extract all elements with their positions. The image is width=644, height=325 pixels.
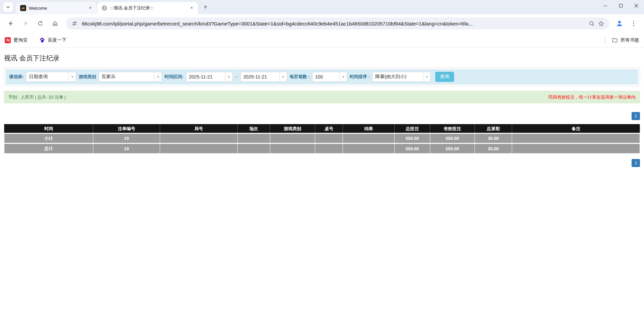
- column-header: 总派彩: [475, 124, 512, 133]
- footer-cell: 小计: [4, 133, 93, 144]
- tab-welcome[interactable]: Welcome ×: [16, 2, 97, 14]
- url-text[interactable]: 66cxkj98.com/ipl/portal.php/game/betreco…: [82, 21, 584, 26]
- chevron-down-icon: [6, 5, 10, 9]
- time-sort-select[interactable]: 降幂(由大到小) ▼: [372, 72, 431, 82]
- per-page-value: 100: [312, 74, 339, 79]
- bookmark-star-icon[interactable]: [596, 19, 606, 28]
- per-page-label: 每页笔数 :: [290, 74, 310, 80]
- tab-title: :::视讯 会员下注纪录:::: [110, 5, 186, 11]
- minimize-button[interactable]: [598, 0, 613, 11]
- tab-title: Welcome: [29, 6, 85, 11]
- tab-close-icon[interactable]: ×: [87, 5, 93, 11]
- footer-cell: 10: [93, 133, 160, 144]
- pagination-bottom: 1: [4, 159, 640, 170]
- footer-cell: [238, 144, 270, 154]
- globe-favicon-icon: [101, 5, 107, 11]
- column-header: 注单编号: [93, 124, 160, 133]
- maximize-button[interactable]: [613, 0, 629, 11]
- zoom-icon[interactable]: [587, 19, 596, 28]
- tab-close-icon[interactable]: ×: [189, 5, 195, 11]
- footer-cell: [270, 144, 315, 154]
- page-1-button[interactable]: 1: [632, 159, 640, 167]
- dropdown-arrow-icon: ▼: [225, 72, 233, 82]
- currency-summary-text: 币别 : 人民币 | 总共 :10 注单 |: [8, 94, 66, 100]
- time-sort-value: 降幂(由大到小): [373, 74, 423, 80]
- footer-cell: 35.00: [475, 133, 512, 144]
- home-button[interactable]: [49, 18, 61, 29]
- new-tab-button[interactable]: +: [201, 3, 210, 12]
- column-header: 有效投注: [430, 124, 475, 133]
- footer-cell: 550.00: [430, 144, 475, 154]
- tilde-separator: ~: [235, 74, 238, 79]
- baidu-paw-icon: [39, 37, 45, 43]
- dropdown-arrow-icon: ▼: [154, 72, 162, 82]
- folder-icon: [612, 37, 618, 43]
- table-subtotal-row: 小计10550.00550.0035.00: [4, 133, 640, 144]
- dropdown-arrow-icon: ▼: [68, 72, 76, 82]
- query-type-value: 日期查询: [26, 74, 68, 80]
- bookmark-baidu[interactable]: 百度一下: [39, 37, 66, 43]
- game-category-label: 游戏类别: [79, 74, 96, 80]
- column-header: 场次: [238, 124, 270, 133]
- page-content: 视讯 会员下注纪录 请选择: 日期查询 ▼ 游戏类别 百家乐 ▼ 时间区间: 2…: [0, 48, 644, 170]
- date-from-select[interactable]: 2025-11-21 ▼: [186, 72, 233, 82]
- page-title: 视讯 会员下注纪录: [4, 54, 640, 63]
- column-header: 时间: [4, 124, 93, 133]
- query-type-select[interactable]: 日期查询 ▼: [26, 72, 76, 82]
- all-bookmarks-button[interactable]: | 所有书签: [604, 37, 639, 44]
- footer-cell: [315, 133, 343, 144]
- all-bookmarks-label: 所有书签: [621, 37, 639, 43]
- taobao-icon: 淘: [5, 37, 11, 43]
- tab-bet-record[interactable]: :::视讯 会员下注纪录::: ×: [97, 2, 198, 14]
- per-page-select[interactable]: 100 ▼: [312, 72, 347, 82]
- footer-cell: 10: [93, 144, 160, 154]
- time-sort-label: 时间排序 :: [350, 74, 370, 80]
- page-1-button[interactable]: 1: [632, 112, 640, 120]
- site-info-icon[interactable]: [70, 19, 79, 28]
- bookmarks-bar: 淘 爱淘宝 百度一下 | 所有书签: [0, 33, 644, 48]
- date-to-select[interactable]: 2025-11-21 ▼: [240, 72, 287, 82]
- bet-records-table: 时间注单编号局号场次游戏类别桌号结果总投注有效投注总派彩备注 小计10550.0…: [4, 124, 640, 154]
- browser-tab-strip: Welcome × :::视讯 会员下注纪录::: × +: [0, 0, 644, 14]
- browser-toolbar: 66cxkj98.com/ipl/portal.php/game/betreco…: [0, 14, 644, 33]
- forward-button[interactable]: [20, 18, 31, 29]
- column-header: 备注: [512, 124, 640, 133]
- footer-cell: [315, 144, 343, 154]
- footer-cell: [160, 133, 238, 144]
- kebab-menu-icon[interactable]: [628, 18, 639, 29]
- dropdown-arrow-icon: ▼: [423, 72, 431, 82]
- footer-cell: [343, 133, 394, 144]
- address-bar[interactable]: 66cxkj98.com/ipl/portal.php/game/betreco…: [66, 17, 609, 30]
- footer-cell: 总计: [4, 144, 93, 154]
- dropdown-arrow-icon: ▼: [339, 72, 347, 82]
- search-button[interactable]: 查询: [435, 72, 454, 82]
- date-from-value: 2025-11-21: [186, 74, 225, 79]
- bookmark-label: 爱淘宝: [13, 37, 28, 43]
- profile-avatar[interactable]: [614, 18, 625, 29]
- summary-bar: 币别 : 人民币 | 总共 :10 注单 | 同局有效投注，统一计算在该局第一张…: [4, 91, 640, 103]
- footer-cell: 550.00: [394, 133, 430, 144]
- table-total-row: 总计10550.00550.0035.00: [4, 144, 640, 154]
- back-button[interactable]: [5, 18, 16, 29]
- table-header-row: 时间注单编号局号场次游戏类别桌号结果总投注有效投注总派彩备注: [4, 124, 640, 133]
- reload-button[interactable]: [35, 18, 46, 29]
- summary-note-text: 同局有效投注，统一计算在该局第一张注单内: [548, 94, 636, 100]
- footer-cell: [270, 133, 315, 144]
- column-header: 局号: [160, 124, 238, 133]
- window-controls: [598, 0, 644, 11]
- close-window-button[interactable]: [629, 0, 644, 11]
- date-to-value: 2025-11-21: [241, 74, 279, 79]
- footer-cell: 550.00: [430, 133, 475, 144]
- column-header: 总投注: [394, 124, 430, 133]
- game-category-value: 百家乐: [99, 74, 154, 80]
- filter-panel: 请选择: 日期查询 ▼ 游戏类别 百家乐 ▼ 时间区间: 2025-11-21 …: [4, 67, 640, 86]
- dropdown-arrow-icon: ▼: [279, 72, 287, 82]
- column-header: 结果: [343, 124, 394, 133]
- time-range-label: 时间区间:: [164, 74, 183, 80]
- tab-search-chevron-button[interactable]: [3, 2, 13, 12]
- footer-cell: [238, 133, 270, 144]
- column-header: 游戏类别: [270, 124, 315, 133]
- game-category-select[interactable]: 百家乐 ▼: [98, 72, 162, 82]
- bookmark-aitaobao[interactable]: 淘 爱淘宝: [5, 37, 28, 43]
- footer-cell: [343, 144, 394, 154]
